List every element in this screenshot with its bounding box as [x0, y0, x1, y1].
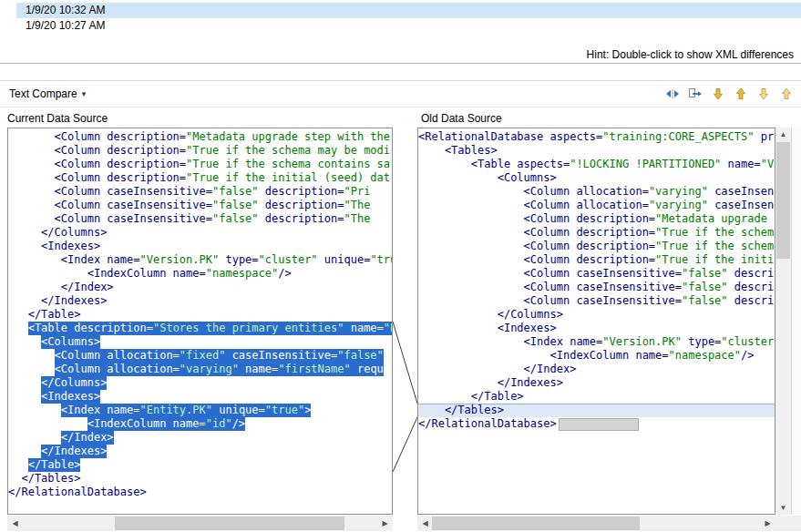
- empty-range-marker: [559, 418, 639, 431]
- history-row[interactable]: 1/9/20 10:32 AM: [16, 3, 801, 18]
- code-line: <Table description="Stores the primary e…: [8, 322, 392, 335]
- code-line: </Tables>: [418, 404, 775, 417]
- vertical-scrollbar[interactable]: ▲ ▼: [775, 128, 791, 515]
- code-line: <Column allocation="varying" caseInsensi…: [418, 185, 775, 199]
- separator: [0, 107, 801, 107]
- code-line: <Column description="True if the initial…: [418, 253, 775, 267]
- code-line: <Index name="Entity.PK" unique="true">: [8, 404, 392, 417]
- code-line: <Column caseInsensitive="false" descript…: [418, 281, 775, 294]
- scroll-left-icon[interactable]: ◀: [8, 517, 22, 530]
- right-pane-title: Old Data Source: [421, 111, 502, 126]
- history-list: 1/9/20 10:32 AM1/9/20 10:27 AM: [0, 3, 801, 34]
- code-line: </Index>: [418, 363, 775, 376]
- scroll-right-icon[interactable]: ▶: [378, 517, 392, 530]
- code-line: <RelationalDatabase aspects="training:CO…: [418, 130, 775, 144]
- separator: [0, 63, 801, 64]
- code-line: <Column caseInsensitive="false" descript…: [418, 267, 775, 281]
- code-line: </Columns>: [418, 308, 775, 322]
- scroll-right-icon[interactable]: ▶: [761, 517, 775, 530]
- code-line: </Index>: [8, 281, 392, 294]
- previous-change-icon[interactable]: [777, 86, 796, 102]
- history-row[interactable]: 1/9/20 10:27 AM: [16, 18, 801, 34]
- scrollbar-thumb[interactable]: [115, 517, 344, 530]
- diff-connector-lines: [393, 128, 417, 515]
- code-line: </Tables>: [8, 472, 392, 486]
- code-line: <Table aspects="!LOCKING !PARTITIONED" n…: [418, 158, 775, 171]
- scrollbar-thumb[interactable]: [432, 517, 640, 530]
- code-line: </Indexes>: [8, 445, 392, 458]
- code-line: <Indexes>: [8, 240, 392, 253]
- copy-all-left-to-right-icon[interactable]: [686, 86, 704, 102]
- compare-toolbar-icons: [663, 86, 796, 102]
- compare-toolbar: Text Compare ▾: [0, 81, 801, 107]
- code-line: <Column description="True if the initial…: [8, 171, 392, 185]
- code-line: <Indexes>: [418, 322, 775, 335]
- hint-text: Hint: Double-click to show XML differenc…: [587, 47, 794, 62]
- code-line: <Tables>: [418, 144, 775, 158]
- xml-compare-editor: 1/9/20 10:32 AM1/9/20 10:27 AM Hint: Dou…: [0, 0, 801, 532]
- scroll-left-icon[interactable]: ◀: [418, 517, 432, 530]
- code-line: <Column description="True if the schema …: [8, 144, 392, 158]
- code-line: <Column caseInsensitive="false" descript…: [8, 199, 392, 212]
- code-line: <IndexColumn name="namespace"/>: [8, 267, 392, 281]
- code-line: <Column caseInsensitive="false" descript…: [418, 294, 775, 308]
- chevron-down-icon: ▾: [82, 89, 87, 98]
- code-line: <Column allocation="fixed" caseInsensiti…: [8, 349, 392, 363]
- overview-ruler: [791, 128, 801, 515]
- code-line: <Index name="Version.PK" type="cluster" …: [8, 253, 392, 267]
- code-line: </Columns>: [8, 226, 392, 240]
- next-difference-icon[interactable]: [709, 86, 727, 102]
- code-line: <Index name="Version.PK" type="cluster" …: [418, 335, 775, 349]
- code-line: </RelationalDatabase>: [418, 417, 775, 431]
- code-line: </Table>: [418, 390, 775, 404]
- code-line: <Column caseInsensitive="false" descript…: [8, 212, 392, 226]
- swap-panes-icon[interactable]: [663, 86, 682, 102]
- code-line: </Index>: [8, 431, 392, 445]
- code-line: <Column allocation="varying" name="first…: [8, 363, 392, 376]
- compare-mode-label: Text Compare: [9, 87, 77, 100]
- code-line: <Column description="Metadata upgrade st…: [8, 130, 392, 144]
- code-line: <Columns>: [418, 171, 775, 185]
- left-horizontal-scrollbar[interactable]: ◀ ▶: [7, 516, 393, 531]
- code-line: <IndexColumn name="namespace"/>: [418, 349, 775, 363]
- code-line: </Indexes>: [8, 294, 392, 308]
- code-line: </Columns>: [8, 376, 392, 390]
- code-line: <Column description="True if the schema …: [8, 158, 392, 171]
- left-pane-code[interactable]: <Column description="Metadata upgrade st…: [7, 128, 393, 515]
- code-line: <Column caseInsensitive="false" descript…: [8, 185, 392, 199]
- code-line: </Table>: [8, 308, 392, 322]
- next-change-icon[interactable]: [755, 86, 773, 102]
- code-line: <Columns>: [8, 335, 392, 349]
- scroll-down-icon[interactable]: ▼: [776, 501, 790, 515]
- right-pane-code[interactable]: <RelationalDatabase aspects="training:CO…: [417, 128, 775, 515]
- previous-difference-icon[interactable]: [732, 86, 750, 102]
- code-line: <Column description="True if the schema …: [418, 226, 775, 240]
- code-line: </Indexes>: [418, 376, 775, 390]
- code-line: <Column description="Metadata upgrade st…: [418, 212, 775, 226]
- code-line: </RelationalDatabase>: [8, 486, 392, 499]
- right-horizontal-scrollbar[interactable]: ◀ ▶: [417, 516, 775, 531]
- scroll-up-icon[interactable]: ▲: [776, 128, 790, 141]
- compare-mode-dropdown[interactable]: Text Compare ▾: [9, 87, 86, 100]
- scrollbar-thumb[interactable]: [776, 142, 790, 259]
- code-line: <IndexColumn name="id"/>: [8, 417, 392, 431]
- left-pane-title: Current Data Source: [7, 111, 108, 126]
- code-line: <Column description="True if the schema …: [418, 240, 775, 253]
- code-line: <Column allocation="varying" caseInsensi…: [418, 199, 775, 212]
- code-line: <Indexes>: [8, 390, 392, 404]
- scrollbar-corner: [775, 516, 801, 531]
- code-line: </Table>: [8, 458, 392, 472]
